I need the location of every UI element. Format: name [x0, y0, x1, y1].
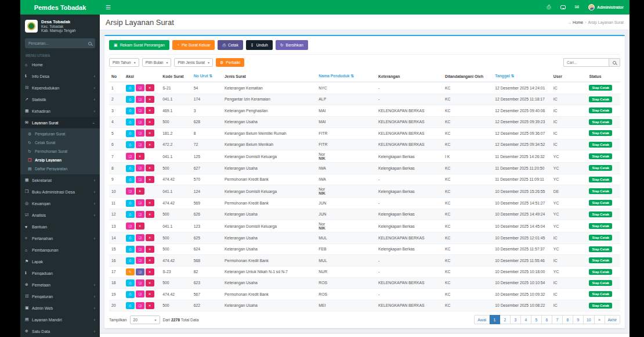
- breadcrumb-home[interactable]: Home: [573, 20, 583, 24]
- pdf-button[interactable]: ❏: [136, 302, 144, 309]
- delete-button[interactable]: ✕: [146, 107, 154, 114]
- print-button[interactable]: ⎙: [126, 165, 135, 172]
- print-button[interactable]: ⎙: [126, 130, 135, 137]
- printer-icon[interactable]: ⎙: [547, 5, 551, 10]
- print-button[interactable]: ⎙: [126, 119, 135, 126]
- column-header-tanggal[interactable]: Tanggal ⇅: [493, 71, 551, 82]
- delete-button[interactable]: ✕: [146, 234, 154, 241]
- edit-button[interactable]: ✎: [126, 268, 135, 275]
- status-badge[interactable]: Siap Cetak: [589, 303, 612, 309]
- page-button-7[interactable]: 7: [552, 315, 563, 324]
- brand-title[interactable]: Pemdes Tobadak: [20, 0, 100, 15]
- sidebar-subitem-cetak-surat[interactable]: ↻Cetak Surat: [20, 138, 100, 147]
- sidebar-item-sekretariat[interactable]: ▦Sekretariat‹: [20, 174, 100, 186]
- sidebar-item-home[interactable]: ⌂Home: [20, 59, 100, 70]
- page-button-awal[interactable]: Awal: [474, 315, 490, 324]
- print-button[interactable]: ⎙: [126, 291, 135, 298]
- delete-button[interactable]: ✕: [146, 84, 154, 91]
- status-badge[interactable]: Siap Cetak: [589, 235, 612, 241]
- perbaiki-button[interactable]: ⚙ Perbaiki: [216, 58, 244, 67]
- sidebar-subitem-permohonan-surat[interactable]: ↻Permohonan Surat: [20, 147, 100, 156]
- sidebar-item-analisis[interactable]: ☑Analisis‹: [20, 209, 100, 221]
- delete-button[interactable]: ✕: [146, 211, 154, 218]
- status-badge[interactable]: Siap Cetak: [589, 107, 612, 113]
- pdf-button[interactable]: ❏: [136, 211, 144, 218]
- pdf-button[interactable]: ❏: [136, 291, 144, 297]
- sidebar-item-kependudukan[interactable]: ☷Kependudukan‹: [20, 82, 100, 94]
- delete-button[interactable]: ✕: [146, 291, 154, 297]
- page-button-8[interactable]: 8: [563, 315, 573, 324]
- sidebar-subitem-daftar-persyaratan[interactable]: ▤Daftar Persyaratan: [20, 164, 100, 173]
- sidebar-item-statistik[interactable]: ↗Statistik‹: [20, 94, 100, 105]
- pilih-tahun-select[interactable]: Pilih Tahun▾: [109, 58, 139, 67]
- user-menu[interactable]: Administrator: [588, 4, 624, 10]
- sidebar-item-lapak[interactable]: ⚑Lapak: [20, 256, 100, 267]
- column-header-nama-penduduk[interactable]: Nama Penduduk ⇅: [316, 71, 376, 82]
- status-badge[interactable]: Siap Cetak: [589, 188, 612, 194]
- page-button-[interactable]: »: [595, 315, 605, 324]
- print-button[interactable]: ⎙: [126, 96, 135, 103]
- rekam-surat-button[interactable]: ▣ Rekam Surat Perorangan: [109, 40, 169, 50]
- per-page-select[interactable]: 20▾: [130, 316, 160, 324]
- sidebar-item-pertanahan[interactable]: ⌗Pertanahan‹: [20, 232, 100, 244]
- sidebar-search[interactable]: [25, 38, 95, 48]
- sidebar-item-layanan-mandiri[interactable]: ▤Layanan Mandiri‹: [20, 314, 100, 325]
- sidebar-item-pemetaan[interactable]: ⊕Pemetaan‹: [20, 279, 100, 291]
- pdf-button[interactable]: ❏: [136, 234, 144, 241]
- print-button[interactable]: ⎙: [126, 302, 135, 309]
- page-button-1[interactable]: 1: [490, 315, 500, 324]
- pdf-button[interactable]: ❏: [136, 84, 144, 91]
- pdf-button[interactable]: ❏: [126, 153, 135, 160]
- delete-button[interactable]: ✕: [146, 268, 154, 275]
- status-badge[interactable]: Siap Cetak: [589, 280, 612, 286]
- pdf-button[interactable]: ❏: [126, 188, 135, 195]
- page-button-6[interactable]: 6: [542, 315, 552, 324]
- status-badge[interactable]: Siap Cetak: [589, 291, 612, 297]
- status-badge[interactable]: Siap Cetak: [589, 177, 612, 182]
- doc-button[interactable]: ❏: [136, 268, 144, 275]
- delete-button[interactable]: ✕: [146, 199, 154, 206]
- print-button[interactable]: ⎙: [126, 246, 135, 253]
- sidebar-item-bantuan[interactable]: ♥Bantuan: [20, 221, 100, 232]
- page-button-4[interactable]: 4: [521, 315, 531, 324]
- print-button[interactable]: ⎙: [126, 176, 135, 183]
- status-badge[interactable]: Siap Cetak: [589, 223, 612, 229]
- print-button[interactable]: ⎙: [126, 279, 135, 286]
- delete-button[interactable]: ✕: [136, 188, 144, 195]
- print-button[interactable]: ⎙: [126, 235, 135, 242]
- status-badge[interactable]: Siap Cetak: [589, 153, 612, 159]
- print-button[interactable]: ⎙: [126, 257, 135, 264]
- pdf-button[interactable]: ❏: [136, 119, 144, 126]
- status-badge[interactable]: Siap Cetak: [589, 269, 612, 275]
- bersihkan-button[interactable]: ↻ Bersihkan: [276, 40, 308, 50]
- page-button-2[interactable]: 2: [500, 315, 511, 324]
- print-button[interactable]: ⎙: [126, 141, 135, 148]
- sidebar-item-pengaturan[interactable]: ☷Pengaturan‹: [20, 291, 100, 302]
- pilih-jenis-surat-select[interactable]: Pilih Jenis Surat▾: [174, 58, 213, 67]
- print-button[interactable]: ⎙: [126, 211, 135, 218]
- table-search-input[interactable]: [563, 58, 609, 67]
- status-badge[interactable]: Siap Cetak: [589, 119, 612, 125]
- sidebar-item-keuangan[interactable]: ◎Keuangan‹: [20, 198, 100, 209]
- print-button[interactable]: ⎙: [126, 200, 135, 207]
- pdf-button[interactable]: ❏: [136, 257, 144, 264]
- status-badge[interactable]: Siap Cetak: [589, 257, 612, 263]
- chat-icon[interactable]: [560, 5, 566, 9]
- page-button-9[interactable]: 9: [573, 315, 584, 324]
- sidebar-subitem-pengaturan-surat[interactable]: ⚙Pengaturan Surat: [20, 130, 100, 138]
- status-badge[interactable]: Siap Cetak: [589, 200, 612, 206]
- search-icon[interactable]: [88, 42, 92, 45]
- pdf-button[interactable]: ❏: [136, 246, 144, 253]
- status-badge[interactable]: Siap Cetak: [589, 165, 612, 171]
- sidebar-item-layanan-surat[interactable]: ✉Layanan Surat⌄: [20, 117, 100, 128]
- sidebar-item-admin-web[interactable]: ▣Admin Web‹: [20, 302, 100, 314]
- page-button-5[interactable]: 5: [531, 315, 542, 324]
- pilih-bulan-select[interactable]: Pilih Bulan▾: [142, 58, 172, 67]
- delete-button[interactable]: ✕: [146, 279, 154, 286]
- page-button-10[interactable]: 10: [584, 315, 595, 324]
- table-search-button[interactable]: [609, 58, 620, 67]
- sidebar-item-pembangunan[interactable]: ⌂Pembangunan: [20, 244, 100, 256]
- sidebar-item-info-desa[interactable]: ℹInfo Desa‹: [20, 70, 100, 82]
- status-badge[interactable]: Siap Cetak: [589, 130, 612, 136]
- delete-button[interactable]: ✕: [146, 141, 154, 148]
